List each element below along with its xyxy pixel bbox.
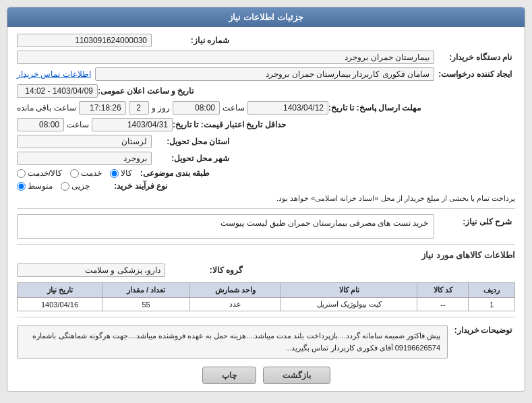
page-title: جزئیات اطلاعات نیاز xyxy=(229,12,303,22)
mohlat-mand-label: ساعت باقی مانده xyxy=(17,103,76,113)
nooe-radio-motavasset-input[interactable] xyxy=(17,182,26,191)
ostan-value: لرستان xyxy=(17,135,152,148)
mohlat-saat-val: 17:18:26 xyxy=(79,101,126,115)
nooe-radio-jozi-input[interactable] xyxy=(61,182,69,191)
tabaqe-radio-khadamat: خدمت xyxy=(70,168,102,178)
tabaqe-radio-khadamat-input[interactable] xyxy=(70,169,79,178)
cell-nam: کیت بیولوژیک استریل xyxy=(281,298,417,311)
ostan-label: استان محل تحویل: xyxy=(152,137,233,146)
card-header: جزئیات اطلاعات نیاز xyxy=(7,7,525,27)
tabaqe-label: طبقه بندی موضوعی: xyxy=(132,168,213,178)
tabaqe-label-khadamat: خدمت xyxy=(81,168,102,178)
roz-label: روز و xyxy=(152,103,170,113)
back-button[interactable]: بازگشت xyxy=(263,367,330,384)
shahr-label: شهر محل تحویل: xyxy=(152,154,233,163)
kalaha-title: اطلاعات کالاهای مورد نیاز xyxy=(17,250,515,260)
row-sarh: شرح کلی نیاز: خرید تست های مصرفی بیمارست… xyxy=(17,214,515,239)
nooe-radio-motavasset: متوسط xyxy=(17,181,53,191)
row-tarikh: تاریخ و ساعت اعلان عمومی: 1403/04/09 - 1… xyxy=(17,84,515,98)
tozi-label: توضیحات خریدار: xyxy=(448,323,515,335)
row-jadaval: حداقل تاریخ اعتبار قیمت: تا تاریخ: 1403/… xyxy=(17,118,515,131)
tarikh-label: تاریخ و ساعت اعلان عمومی: xyxy=(98,86,197,96)
divider-2 xyxy=(17,244,515,245)
page-wrapper: جزئیات اطلاعات نیاز شماره نیاز: 11030916… xyxy=(0,0,532,403)
tabaqe-radio-kala-khadamat-input[interactable] xyxy=(17,169,26,178)
cell-vahed: عدد xyxy=(190,298,281,311)
tabaqe-radio-kala: کالا xyxy=(110,168,132,178)
divider-3 xyxy=(17,317,515,317)
mohlat-time: 08:00 xyxy=(173,101,220,115)
jadaval-label: حداقل تاریخ اعتبار قیمت: تا تاریخ: xyxy=(173,120,289,129)
divider-1 xyxy=(17,208,515,209)
nooe-radio-group: متوسط جزیی xyxy=(17,181,90,191)
nooe-label-motavasset: متوسط xyxy=(28,181,53,191)
table-header-row: ردیف کد کالا نام کالا واحد شمارش تعداد /… xyxy=(18,283,515,298)
row-shahr: شهر محل تحویل: بروجرد xyxy=(17,152,515,165)
cell-kod: -- xyxy=(417,298,469,311)
main-card: جزئیات اطلاعات نیاز شماره نیاز: 11030916… xyxy=(7,7,525,392)
cell-tedad: 55 xyxy=(102,298,190,311)
dastgah-value: بیمارستان جمران بروجرد xyxy=(17,51,434,64)
tabaqe-radio-kala-khadamat: کالا/خدمت xyxy=(17,168,62,178)
row-shomara: شماره نیاز: 1103091624000030 xyxy=(17,34,515,47)
col-kod: کد کالا xyxy=(417,283,469,298)
row-dastgah: نام دستگاه خریدار: بیمارستان جمران بروجر… xyxy=(17,51,515,64)
row-nooe: نوع فرآیند خرید: متوسط جزیی xyxy=(17,181,515,191)
row-tozi: توضیحات خریدار: پیش فاکتور ضمیمه سامانه … xyxy=(17,323,515,359)
col-tedad: تعداد / مقدار xyxy=(102,283,190,298)
table-body: 1 -- کیت بیولوژیک استریل عدد 55 1403/04/… xyxy=(18,298,515,311)
group-value: دارو، پزشکی و سلامت xyxy=(17,264,165,277)
row-ostan: استان محل تحویل: لرستان xyxy=(17,135,515,148)
button-row: بازگشت چاپ xyxy=(17,367,515,384)
jadaval-time: 08:00 xyxy=(17,118,64,131)
mohlat-date: 1403/04/12 xyxy=(247,101,328,115)
row-mohlat: مهلت ارسال پاسخ: تا تاریخ: 1403/04/12 سا… xyxy=(17,101,515,115)
col-radif: ردیف xyxy=(469,283,515,298)
jadaval-date: 1403/04/31 xyxy=(92,118,173,131)
tabaqe-radio-group: کالا/خدمت خدمت کالا xyxy=(17,168,132,178)
table-section: ردیف کد کالا نام کالا واحد شمارش تعداد /… xyxy=(17,282,515,311)
nooe-label-jozi: جزیی xyxy=(71,181,90,191)
nooe-radio-jozi: جزیی xyxy=(61,181,90,191)
saat-label: ساعت xyxy=(223,103,245,113)
tozi-value: پیش فاکتور ضمیمه سامانه گردد....بازپرداخ… xyxy=(17,326,448,359)
group-label: گروه کالا: xyxy=(165,266,246,275)
col-tarikh: تاریخ نیاز xyxy=(18,283,102,298)
ijad-value: سامان فکوری کاربردار بیمارستان جمران برو… xyxy=(95,67,434,81)
shomara-label: شماره نیاز: xyxy=(152,36,233,45)
row-group: گروه کالا: دارو، پزشکی و سلامت xyxy=(17,264,515,277)
cell-radif: 1 xyxy=(469,298,515,311)
cell-tarikh: 1403/04/16 xyxy=(18,298,102,311)
col-nam: نام کالا xyxy=(281,283,417,298)
tabaqe-radio-kala-input[interactable] xyxy=(110,169,119,178)
ijad-link[interactable]: اطلاعات تماس خریدار xyxy=(17,69,91,79)
shahr-value: بروجرد xyxy=(17,152,152,165)
mohlat-roz: 2 xyxy=(129,101,149,115)
sarh-label: شرح کلی نیاز: xyxy=(434,214,515,226)
row-ijad: ایجاد کننده درخواست: سامان فکوری کاربردا… xyxy=(17,67,515,81)
print-button[interactable]: چاپ xyxy=(202,367,256,384)
tabaqe-label-kala: کالا xyxy=(121,168,132,178)
sarh-value: خرید تست های مصرفی بیمارستان جمران طبق ل… xyxy=(17,214,434,239)
note-purchase: پرداخت تمام یا بخشی از مبلغ خریدار از مح… xyxy=(17,194,515,203)
card-body: شماره نیاز: 1103091624000030 نام دستگاه … xyxy=(7,27,525,391)
nooe-label: نوع فرآیند خرید: xyxy=(90,181,171,191)
kalaha-table: ردیف کد کالا نام کالا واحد شمارش تعداد /… xyxy=(17,282,515,311)
table-row: 1 -- کیت بیولوژیک استریل عدد 55 1403/04/… xyxy=(18,298,515,311)
tarikh-value: 1403/04/09 - 14:02 xyxy=(17,84,98,98)
col-vahed: واحد شمارش xyxy=(190,283,281,298)
shomara-value: 1103091624000030 xyxy=(17,34,152,47)
jadaval-saat-label: ساعت xyxy=(67,120,89,129)
row-tabaqe: طبقه بندی موضوعی: کالا/خدمت خدمت کالا xyxy=(17,168,515,178)
ijad-label: ایجاد کننده درخواست: xyxy=(434,69,515,79)
dastgah-label: نام دستگاه خریدار: xyxy=(434,53,515,62)
mohlat-label: مهلت ارسال پاسخ: تا تاریخ: xyxy=(328,103,424,113)
tabaqe-label-kala-khadamat: کالا/خدمت xyxy=(28,168,62,178)
